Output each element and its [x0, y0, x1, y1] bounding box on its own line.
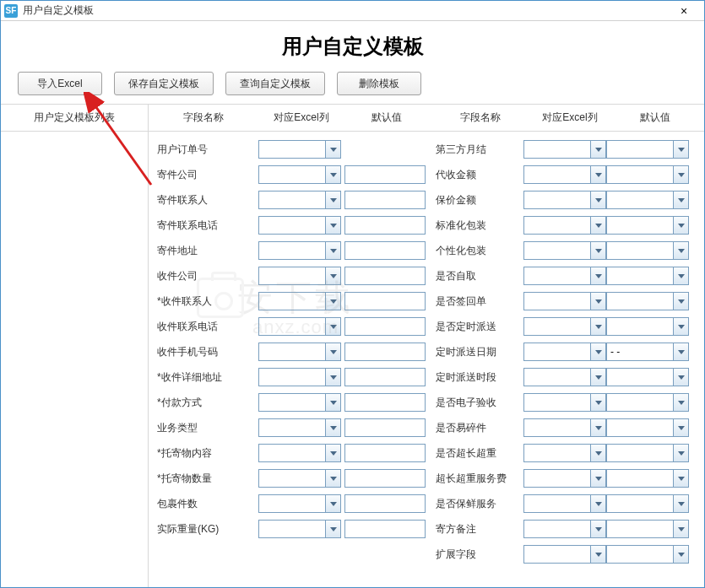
- excel-col-combo-right[interactable]: [523, 267, 606, 285]
- save-template-button[interactable]: 保存自定义模板: [114, 72, 214, 95]
- default-value-input-left[interactable]: [344, 165, 426, 184]
- excel-col-combo-right[interactable]: [523, 418, 606, 437]
- default-value-combo-right[interactable]: [606, 368, 689, 386]
- excel-col-combo-right[interactable]: [523, 191, 606, 209]
- excel-col-combo-left[interactable]: [258, 267, 341, 285]
- default-value-combo-right[interactable]: [606, 317, 689, 336]
- default-value-combo-right[interactable]: [606, 241, 689, 260]
- excel-col-combo-right[interactable]: [523, 520, 606, 538]
- template-list[interactable]: [1, 132, 148, 587]
- field-label-right: 是否易碎件: [431, 421, 523, 435]
- chevron-down-icon: [325, 141, 340, 158]
- default-value-combo-right[interactable]: [606, 393, 689, 412]
- default-value-input-left[interactable]: [344, 241, 426, 260]
- excel-col-combo-right[interactable]: [523, 343, 606, 361]
- default-value-input-left[interactable]: [344, 418, 426, 437]
- default-value-combo-right[interactable]: [606, 292, 689, 310]
- default-value-combo-right[interactable]: [606, 267, 689, 285]
- field-label-left: 寄件联系电话: [149, 218, 258, 233]
- default-value-combo-right[interactable]: [606, 191, 689, 209]
- default-value-input-left[interactable]: [344, 216, 426, 235]
- chevron-down-icon: [673, 242, 688, 259]
- default-value-combo-right[interactable]: [606, 444, 689, 462]
- default-value-input-left[interactable]: [344, 393, 426, 412]
- excel-col-combo-left[interactable]: [258, 469, 341, 488]
- default-value-input-left[interactable]: [344, 520, 426, 538]
- chevron-down-icon: [590, 217, 605, 234]
- chevron-down-icon: [325, 369, 340, 386]
- content: 用户自定义模板 导入Excel 保存自定义模板 查询自定义模板 删除模板 用户定…: [1, 21, 704, 587]
- chevron-down-icon: [673, 369, 688, 386]
- default-value-input-left[interactable]: [344, 368, 426, 386]
- excel-col-combo-left[interactable]: [258, 241, 341, 260]
- default-value-combo-right[interactable]: - -: [606, 343, 689, 361]
- excel-col-combo-left[interactable]: [258, 368, 341, 386]
- excel-col-combo-left[interactable]: [258, 444, 341, 462]
- default-value-combo-right[interactable]: [606, 520, 689, 538]
- default-value-input-left[interactable]: [344, 494, 426, 513]
- chevron-down-icon: [590, 445, 605, 461]
- app-icon: SF: [4, 4, 18, 18]
- chevron-down-icon: [325, 394, 340, 411]
- excel-col-combo-right[interactable]: [523, 140, 606, 159]
- excel-col-combo-right[interactable]: [523, 444, 606, 462]
- excel-col-combo-left[interactable]: [258, 317, 341, 336]
- field-label-right: 定时派送日期: [431, 345, 523, 359]
- form-row: 实际重量(KG)寄方备注: [149, 516, 704, 542]
- field-label-left: *托寄物数量: [149, 472, 258, 486]
- chevron-down-icon: [325, 470, 340, 487]
- close-button[interactable]: ×: [667, 2, 701, 20]
- default-value-input-left[interactable]: [344, 317, 426, 336]
- default-value-combo-right[interactable]: [606, 494, 689, 513]
- excel-col-combo-right[interactable]: [523, 317, 606, 336]
- default-value-input-left[interactable]: [344, 191, 426, 209]
- excel-col-combo-left[interactable]: [258, 191, 341, 209]
- chevron-down-icon: [325, 166, 340, 183]
- default-value-combo-right[interactable]: [606, 545, 689, 564]
- form-header: 字段名称 对应Excel列 默认值 字段名称 对应Excel列 默认值: [149, 105, 704, 132]
- default-value-combo-right[interactable]: [606, 418, 689, 437]
- excel-col-combo-left[interactable]: [258, 216, 341, 235]
- excel-col-combo-right[interactable]: [523, 165, 606, 184]
- import-excel-button[interactable]: 导入Excel: [18, 72, 102, 95]
- chevron-down-icon: [673, 546, 688, 563]
- query-template-button[interactable]: 查询自定义模板: [225, 72, 325, 95]
- titlebar: SF 用户自定义模板 ×: [1, 1, 704, 21]
- excel-col-combo-right[interactable]: [523, 241, 606, 260]
- chevron-down-icon: [325, 318, 340, 335]
- field-label-right: 是否保鲜服务: [431, 497, 523, 511]
- sidebar: 用户定义模板列表: [1, 105, 149, 587]
- excel-col-combo-left[interactable]: [258, 165, 341, 184]
- default-value-combo-right[interactable]: [606, 469, 689, 488]
- excel-col-combo-left[interactable]: [258, 520, 341, 538]
- col-excel-left: 对应Excel列: [258, 111, 344, 125]
- chevron-down-icon: [325, 217, 340, 234]
- excel-col-combo-left[interactable]: [258, 494, 341, 513]
- default-value-input-left[interactable]: [344, 343, 426, 361]
- delete-template-button[interactable]: 删除模板: [337, 72, 421, 95]
- default-value-input-left[interactable]: [344, 444, 426, 462]
- excel-col-combo-right[interactable]: [523, 494, 606, 513]
- default-value-combo-right[interactable]: [606, 165, 689, 184]
- default-value-combo-right[interactable]: [606, 140, 689, 159]
- default-value-combo-right[interactable]: [606, 216, 689, 235]
- field-label-right: 是否电子验收: [431, 396, 523, 410]
- excel-col-combo-left[interactable]: [258, 418, 341, 437]
- excel-col-combo-left[interactable]: [258, 393, 341, 412]
- page-title: 用户自定义模板: [1, 21, 704, 67]
- default-value-input-left[interactable]: [344, 267, 426, 285]
- excel-col-combo-right[interactable]: [523, 469, 606, 488]
- default-value-input-left[interactable]: [344, 469, 426, 488]
- chevron-down-icon: [673, 293, 688, 310]
- excel-col-combo-right[interactable]: [523, 368, 606, 386]
- excel-col-combo-left[interactable]: [258, 140, 341, 159]
- excel-col-combo-left[interactable]: [258, 343, 341, 361]
- excel-col-combo-right[interactable]: [523, 393, 606, 412]
- excel-col-combo-right[interactable]: [523, 216, 606, 235]
- default-value-input-left[interactable]: [344, 292, 426, 310]
- chevron-down-icon: [673, 166, 688, 183]
- excel-col-combo-right[interactable]: [523, 292, 606, 310]
- excel-col-combo-right[interactable]: [523, 545, 606, 564]
- col-excel-right: 对应Excel列: [527, 111, 613, 125]
- excel-col-combo-left[interactable]: [258, 292, 341, 310]
